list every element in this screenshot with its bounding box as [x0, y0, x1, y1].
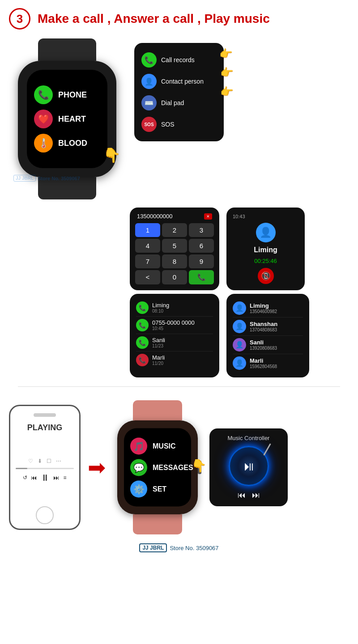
record-sanli[interactable]: 📞 Sanli 11/23	[136, 334, 213, 352]
set-icon-circle: ⚙️	[130, 480, 147, 497]
record-liming-info: Liming 08:10	[152, 302, 213, 314]
record-liming[interactable]: 📞 Liming 08:10	[136, 299, 213, 317]
step-number: 3	[9, 8, 30, 30]
messages-icon-circle: 💬	[130, 459, 147, 476]
music-controller-screen: Music Controller ⏯ ⏮ ⏭	[209, 428, 288, 506]
music-icon-circle: 🎵	[130, 437, 147, 454]
share-btn[interactable]: ☐	[47, 458, 51, 464]
dialpad-key-2[interactable]: 2	[162, 223, 187, 237]
more-btn[interactable]: ⋯	[56, 458, 61, 464]
contact-liming[interactable]: 👤 Liming 13504600982	[233, 299, 303, 318]
middle-section: 13500000000 ✕ 1 2 3 4 5 6 7 8 9 < 0 📞 10…	[0, 208, 358, 290]
dialpad-key-3[interactable]: 3	[189, 223, 214, 237]
menu-sos[interactable]: SOS SOS	[141, 114, 217, 135]
playback-controls: ↺ ⏮ ⏸ ⏭ ≡	[23, 473, 66, 483]
record-marli-info: Marli 11/20	[152, 354, 213, 366]
record-outgoing-icon: 📞	[136, 301, 149, 314]
store-number: Store No. 3509067	[170, 545, 218, 551]
tap-pointer-watch: 👇	[103, 147, 121, 164]
next-btn[interactable]: ⏭	[53, 474, 60, 481]
phone-menu-wrapper: 📞 Call records 👤 Contact person ⌨️ Dial …	[134, 43, 224, 141]
mc-next-button[interactable]: ⏭	[252, 491, 260, 500]
contact-shanshan[interactable]: 👤 Shanshan 13704808683	[233, 318, 303, 336]
caller-name: Liming	[254, 246, 277, 254]
contact-number-sanli: 13920808683	[250, 346, 303, 351]
messages-label: MESSAGES	[153, 463, 193, 471]
watermark-left: JJ JBRL Store No. 3509067	[13, 175, 80, 182]
dialpad-key-7[interactable]: 7	[135, 254, 160, 268]
watch-body: 📞 PHONE ❤️ HEART 🌡️ BLOOD	[18, 61, 116, 177]
record-0755[interactable]: 📞 0755-0000 0000 10:45	[136, 317, 213, 334]
contact-avatar-sanli: 👤	[233, 338, 246, 352]
dialpad-display: 13500000000 ✕	[135, 213, 214, 220]
call-records-icon: 📞	[141, 52, 157, 68]
record-time-marli: 11/20	[152, 361, 213, 366]
section-divider	[18, 386, 340, 387]
contact-avatar-liming: 👤	[233, 301, 246, 315]
music-section: PLAYING ♡ ⬇ ☐ ⋯ ↺ ⏮ ⏸ ⏭ ≡ ➡ 🎵 M	[0, 396, 358, 539]
contact-name-liming: Liming	[250, 302, 303, 309]
jbrl-logo: JJ JBRL	[139, 543, 167, 552]
record-marli[interactable]: 📞 Marli 11/20	[136, 352, 213, 369]
dialed-number: 13500000000	[137, 213, 173, 220]
music-label: MUSIC	[153, 442, 176, 450]
menu-call-records[interactable]: 📞 Call records	[141, 49, 217, 71]
record-name-0755: 0755-0000 0000	[152, 319, 213, 326]
heart-btn[interactable]: ♡	[28, 458, 33, 464]
record-time-0755: 10:45	[152, 326, 213, 331]
phone-controls-top: ♡ ⬇ ☐ ⋯	[28, 458, 61, 464]
prev-btn[interactable]: ⏮	[31, 474, 37, 481]
record-time-liming: 08:10	[152, 309, 213, 314]
watch-blood-item: 🌡️ BLOOD	[34, 134, 87, 153]
heart-label: HEART	[58, 114, 86, 124]
contact-sanli[interactable]: 👤 Sanli 13920808683	[233, 336, 303, 354]
dialpad-key-0[interactable]: 0	[162, 270, 187, 284]
dialpad-key-9[interactable]: 9	[189, 254, 214, 268]
disc-play-icon: ⏯	[243, 459, 255, 474]
delete-button[interactable]: ✕	[204, 213, 212, 220]
play-pause-btn[interactable]: ⏸	[41, 473, 50, 483]
call-time: 10:43	[233, 214, 245, 219]
dialpad-key-1[interactable]: 1	[135, 223, 160, 237]
music-watch-screen: 🎵 MUSIC 💬 MESSAGES ⚙️ SET	[124, 428, 191, 507]
music-controller-title: Music Controller	[228, 435, 270, 441]
mc-prev-button[interactable]: ⏮	[238, 491, 246, 500]
music-menu-item[interactable]: 🎵 MUSIC	[130, 437, 176, 454]
dialpad-key-back[interactable]: <	[135, 270, 160, 284]
dialpad-key-4[interactable]: 4	[135, 239, 160, 253]
record-sanli-info: Sanli 11/23	[152, 337, 213, 348]
playback-progress[interactable]	[16, 468, 74, 469]
header-title: Make a call , Answer a call , Play music	[38, 12, 270, 26]
dialpad-call-button[interactable]: 📞	[189, 270, 214, 284]
dialpad-key-5[interactable]: 5	[162, 239, 187, 253]
menu-contact-person[interactable]: 👤 Contact person	[141, 71, 217, 92]
smartwatch-left: 📞 PHONE ❤️ HEART 🌡️ BLOOD 👇 JJ JBRL Stor…	[9, 38, 125, 199]
set-menu-item[interactable]: ⚙️ SET	[130, 480, 166, 497]
list-btn[interactable]: ≡	[63, 475, 66, 481]
blood-label: BLOOD	[58, 139, 87, 148]
music-watch-band-bottom	[133, 514, 182, 534]
contact-info-marli: Marli 15962804568	[250, 357, 303, 369]
call-records-label: Call records	[161, 56, 195, 64]
dialpad-key-6[interactable]: 6	[189, 239, 214, 253]
dial-pad-icon: ⌨️	[141, 95, 157, 110]
music-disc: ⏯	[229, 446, 269, 486]
record-name-sanli: Sanli	[152, 337, 213, 343]
call-records-screen: 📞 Liming 08:10 📞 0755-0000 0000 10:45 📞 …	[130, 294, 219, 377]
set-label: SET	[153, 485, 166, 493]
contact-marli[interactable]: 👤 Marli 15962804568	[233, 354, 303, 372]
contact-person-icon: 👤	[141, 74, 157, 89]
dialpad-key-8[interactable]: 8	[162, 254, 187, 268]
menu-dial-pad[interactable]: ⌨️ Dial pad	[141, 92, 217, 114]
record-name-liming: Liming	[152, 302, 213, 309]
end-call-button[interactable]: 📵	[258, 268, 274, 284]
record-outgoing-icon-2: 📞	[136, 319, 149, 331]
phone-icon-circle: 📞	[34, 85, 53, 104]
repeat-btn[interactable]: ↺	[23, 475, 27, 481]
download-btn[interactable]: ⬇	[38, 458, 42, 464]
contact-info-shanshan: Shanshan 13704808683	[250, 321, 303, 332]
heart-icon-circle: ❤️	[34, 110, 53, 128]
contact-name-shanshan: Shanshan	[250, 321, 303, 327]
messages-menu-item[interactable]: 💬 MESSAGES	[130, 459, 193, 476]
phone-home-button[interactable]	[36, 506, 54, 524]
